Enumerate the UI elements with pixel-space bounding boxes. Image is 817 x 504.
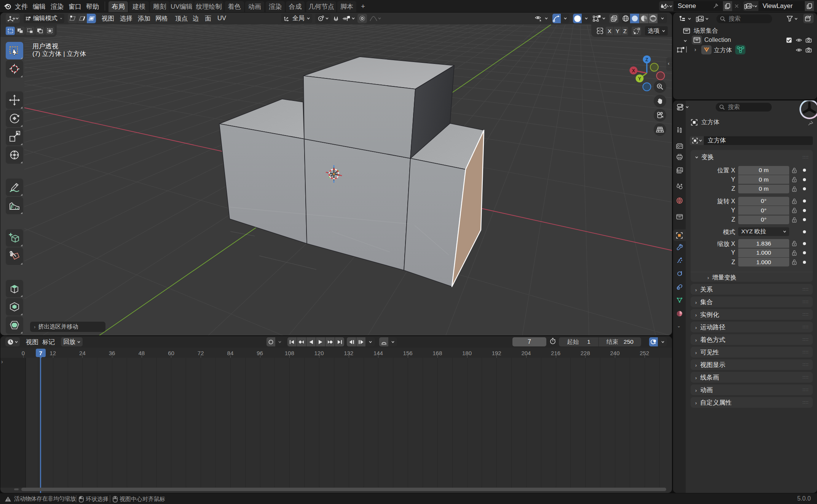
svg-text:X: X [632,68,635,73]
svg-text:Z: Z [645,57,648,62]
svg-text:Y: Y [638,76,641,81]
